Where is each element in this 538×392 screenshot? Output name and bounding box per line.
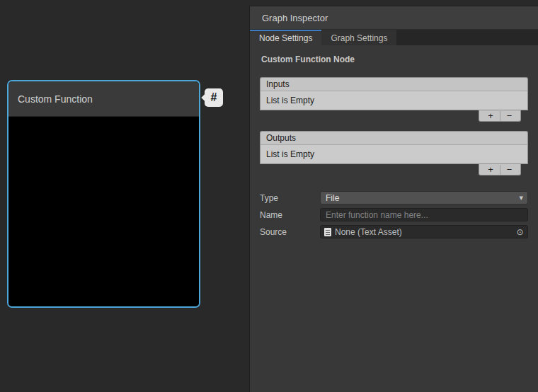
chevron-down-icon: ▾ xyxy=(519,193,523,202)
type-dropdown-value: File xyxy=(326,193,339,203)
inputs-empty-text: List is Empty xyxy=(266,96,314,105)
source-label: Source xyxy=(260,227,320,237)
outputs-add-button[interactable]: + xyxy=(481,165,500,175)
graph-inspector-panel: Graph Inspector Node Settings Graph Sett… xyxy=(249,6,538,392)
section-title: Custom Function Node xyxy=(261,54,527,64)
outputs-list-title: Outputs xyxy=(266,133,296,143)
inspector-titlebar[interactable]: Graph Inspector xyxy=(250,6,538,30)
hash-icon: # xyxy=(211,91,217,104)
tab-node-settings-label: Node Settings xyxy=(259,33,312,43)
graph-canvas[interactable]: Custom Function # Graph Inspector Node S… xyxy=(0,0,538,392)
hash-badge[interactable]: # xyxy=(205,88,223,107)
custom-function-node[interactable]: Custom Function xyxy=(7,80,200,308)
node-preview xyxy=(8,117,199,308)
inputs-list-body: List is Empty xyxy=(260,91,528,110)
inputs-list-title: Inputs xyxy=(266,79,290,89)
tab-graph-settings-label: Graph Settings xyxy=(331,33,387,43)
tab-graph-settings[interactable]: Graph Settings xyxy=(321,30,396,45)
inputs-list: Inputs List is Empty + − xyxy=(260,77,528,122)
inputs-list-footer-row: + − xyxy=(260,110,528,122)
source-object-field[interactable]: None (Text Asset) ⊙ xyxy=(320,225,528,238)
outputs-list-footer-row: + − xyxy=(260,164,528,175)
node-title: Custom Function xyxy=(18,93,93,105)
outputs-remove-button[interactable]: − xyxy=(500,165,518,175)
object-picker-icon[interactable]: ⊙ xyxy=(514,226,526,238)
name-label: Name xyxy=(260,210,320,220)
type-field-row: Type File ▾ xyxy=(260,191,528,204)
text-asset-icon xyxy=(324,228,331,236)
source-object-value: None (Text Asset) xyxy=(335,227,402,237)
inputs-add-button[interactable]: + xyxy=(481,111,500,121)
inspector-tabs: Node Settings Graph Settings xyxy=(250,30,538,45)
outputs-list-footer: + − xyxy=(479,164,521,175)
type-label: Type xyxy=(260,193,320,203)
inputs-list-header: Inputs xyxy=(260,77,528,91)
inputs-list-footer: + − xyxy=(479,110,521,122)
outputs-list-body: List is Empty xyxy=(260,145,528,164)
inspector-title: Graph Inspector xyxy=(262,13,328,23)
outputs-list: Outputs List is Empty + − xyxy=(260,131,528,175)
source-field-row: Source None (Text Asset) ⊙ xyxy=(260,225,528,238)
node-header[interactable]: Custom Function xyxy=(8,81,199,117)
function-name-input[interactable] xyxy=(320,208,528,221)
outputs-empty-text: List is Empty xyxy=(266,149,314,159)
outputs-list-header: Outputs xyxy=(260,131,528,145)
inputs-remove-button[interactable]: − xyxy=(500,111,518,121)
type-dropdown[interactable]: File ▾ xyxy=(320,191,528,204)
name-field-row: Name xyxy=(260,208,528,221)
tab-node-settings[interactable]: Node Settings xyxy=(250,30,321,45)
